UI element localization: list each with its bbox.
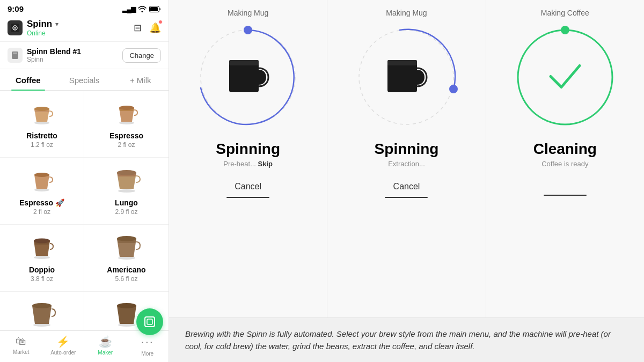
more-label: More <box>141 351 153 357</box>
svg-point-20 <box>32 303 52 308</box>
ristretto-cup-image <box>26 100 58 127</box>
bottom-nav: 🛍 Market ⚡ Auto-order ☕ Maker ··· More <box>0 330 169 362</box>
bell-icon[interactable]: 🔔 <box>149 22 161 34</box>
espresso-cup-image <box>111 100 143 127</box>
coffee-item-doppio[interactable]: Doppio 3.8 fl oz <box>0 225 84 292</box>
doppio-name: Doppio <box>29 265 55 274</box>
svg-point-12 <box>34 173 49 177</box>
coffee-item-lungo[interactable]: Lungo 2.9 fl oz <box>84 158 169 225</box>
step1-title: Making Mug <box>228 9 268 17</box>
blend-name: Spinn Blend #1 <box>27 47 81 56</box>
step3-title: Making Coffee <box>541 9 589 17</box>
brand-name: Spinn <box>27 19 52 29</box>
svg-point-8 <box>34 107 49 111</box>
blend-info: Spinn Blend #1 Spinn <box>8 47 81 63</box>
step1-sublabel: Pre-heat... Skip <box>223 160 273 168</box>
nav-more[interactable]: ··· More <box>127 331 169 362</box>
svg-point-4 <box>14 27 16 29</box>
espresso-rocket-size: 2 fl oz <box>33 208 50 216</box>
americano-cup-image <box>111 234 143 261</box>
autoorder-icon: ⚡ <box>56 335 70 348</box>
coffee-item-coffee[interactable]: Coffee <box>0 292 84 330</box>
svg-rect-28 <box>229 60 259 65</box>
maker-label: Maker <box>98 350 113 356</box>
app-header: Spinn ▾ Online ⊟ 🔔 <box>0 16 169 42</box>
step3-circle-container <box>511 24 619 131</box>
step2-label: Spinning <box>375 141 439 158</box>
doppio-cup-image <box>26 234 58 261</box>
battery-icon <box>149 6 161 12</box>
coffee-item-espresso-rocket[interactable]: Espresso 🚀 2 fl oz <box>0 158 84 225</box>
svg-rect-6 <box>13 53 17 54</box>
nav-market[interactable]: 🛍 Market <box>0 331 42 362</box>
ristretto-name: Ristretto <box>26 131 57 140</box>
svg-rect-24 <box>147 319 152 324</box>
step1-cancel-button[interactable]: Cancel <box>224 179 272 195</box>
espresso-rocket-cup-image <box>26 167 58 194</box>
coffee-item-espresso[interactable]: Espresso 2 fl oz <box>84 91 169 158</box>
lungo-name: Lungo <box>115 198 138 207</box>
filter-icon[interactable]: ⊟ <box>134 22 142 34</box>
step2-sublabel: Extraction... <box>388 160 425 168</box>
wifi-icon <box>138 6 147 12</box>
svg-point-15 <box>34 256 50 259</box>
svg-rect-1 <box>150 7 158 11</box>
nav-autoorder[interactable]: ⚡ Auto-order <box>42 331 85 362</box>
svg-point-26 <box>244 26 252 34</box>
fab-button[interactable] <box>136 308 163 335</box>
step3-sublabel: Coffee is ready <box>541 160 588 168</box>
step3-check-image <box>546 62 584 93</box>
nav-maker[interactable]: ☕ Maker <box>84 331 127 362</box>
status-bar: 9:09 ▂▄▆ <box>0 0 169 16</box>
americano-name: Americano <box>107 265 145 274</box>
step2-mug-image <box>382 55 430 100</box>
blend-bar: Spinn Blend #1 Spinn Change <box>0 42 169 69</box>
coffee-grid: Ristretto 1.2 fl oz Espresso 2 fl oz <box>0 91 169 330</box>
tab-specials[interactable]: Specials <box>56 69 113 90</box>
skip-link[interactable]: Skip <box>258 160 273 168</box>
steps-area: Making Mug <box>169 0 644 317</box>
step2-title: Making Mug <box>386 9 427 17</box>
svg-point-34 <box>561 26 569 34</box>
status-time: 9:09 <box>8 4 24 13</box>
tabs: Coffee Specials + Milk <box>0 69 169 91</box>
espresso-rocket-name: Espresso 🚀 <box>19 198 64 207</box>
coffee-cup-image <box>26 301 58 328</box>
market-label: Market <box>13 349 30 355</box>
coffee-item-ristretto[interactable]: Ristretto 1.2 fl oz <box>0 91 84 158</box>
header-icons: ⊟ 🔔 <box>134 22 161 34</box>
svg-point-10 <box>119 106 134 110</box>
step1-cancel-underline <box>226 197 269 198</box>
svg-rect-23 <box>145 317 155 327</box>
step2-cancel-button[interactable]: Cancel <box>383 179 431 195</box>
tab-coffee[interactable]: Coffee <box>0 69 56 90</box>
coffee-item-americano[interactable]: Americano 5.6 fl oz <box>84 225 169 292</box>
step-1: Making Mug <box>169 0 327 317</box>
tab-milk[interactable]: + Milk <box>112 69 169 90</box>
step3-underline <box>544 195 587 196</box>
svg-point-22 <box>117 303 136 308</box>
espresso-name: Espresso <box>109 131 143 140</box>
step1-label: Spinning <box>216 141 280 158</box>
autoorder-label: Auto-order <box>50 350 76 356</box>
step2-actions: Cancel <box>338 179 474 205</box>
blend-icon <box>8 48 23 63</box>
svg-point-18 <box>117 236 136 241</box>
doppio-size: 3.8 fl oz <box>31 275 53 283</box>
ristretto-size: 1.2 fl oz <box>31 141 53 149</box>
info-bar-text: Brewing with the Spinn is fully automate… <box>185 329 611 351</box>
brand-info[interactable]: Spinn ▾ Online <box>8 19 58 37</box>
brand-logo <box>8 20 23 35</box>
info-bar: Brewing with the Spinn is fully automate… <box>169 317 644 363</box>
americano-size: 5.6 fl oz <box>115 275 137 283</box>
svg-point-13 <box>118 189 135 193</box>
step1-actions: Cancel <box>180 179 316 205</box>
step-2: Making Mug <box>327 0 486 317</box>
step3-label: Cleaning <box>533 141 597 158</box>
change-button[interactable]: Change <box>122 48 161 63</box>
market-icon: 🛍 <box>16 335 26 348</box>
fab-icon <box>144 316 156 328</box>
svg-rect-32 <box>387 60 417 65</box>
espresso-size: 2 fl oz <box>118 141 135 149</box>
maker-icon: ☕ <box>99 335 112 348</box>
